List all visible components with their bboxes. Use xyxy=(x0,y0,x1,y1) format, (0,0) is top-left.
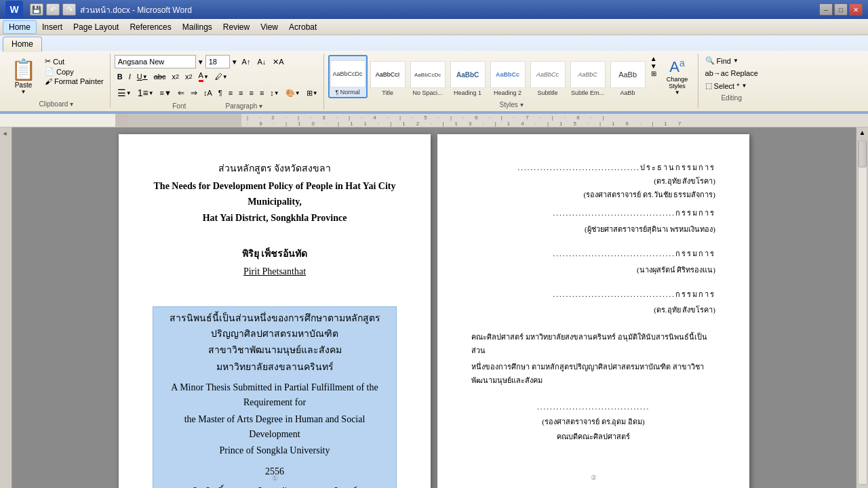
editing-label: Editing xyxy=(700,94,764,102)
clipboard-label: Clipboard ▾ xyxy=(3,100,110,108)
shrink-font-btn[interactable]: A↓ xyxy=(254,55,269,68)
page1-line1: ส่วนหลักสูตร จังหวัดสงขลา xyxy=(153,161,397,176)
decrease-indent-btn[interactable]: ⇐ xyxy=(175,86,187,100)
menu-page-layout[interactable]: Page Layout xyxy=(68,21,124,33)
style-subtitle[interactable]: AaBbCc Subtitle xyxy=(528,55,568,98)
word-logo: W xyxy=(5,1,23,18)
clipboard-group: 📋 Paste ▼ ✂ Cut 📄 Copy 🖌 Format xyxy=(3,54,111,108)
right-scrollbar: ▲ ▼ xyxy=(856,127,868,488)
styles-scroll-up[interactable]: ▲ xyxy=(648,55,659,62)
main-area: ◄ ส่วนหลักสูตร จังหวัดสงขลา The Needs fo… xyxy=(0,127,868,488)
page-1: ส่วนหลักสูตร จังหวัดสงขลา The Needs for … xyxy=(119,134,431,488)
page2-num: ② xyxy=(591,472,597,484)
style-heading2[interactable]: AaBbCc Heading 2 xyxy=(488,55,528,98)
tab-home[interactable]: Home xyxy=(3,37,42,52)
menu-acrobat[interactable]: Acrobat xyxy=(283,21,322,33)
change-styles-btn[interactable]: Aa Change Styles ▼ xyxy=(660,55,695,98)
page-2: ......................................ปร… xyxy=(437,134,749,488)
copy-button[interactable]: 📄 Copy xyxy=(43,66,106,77)
align-right-btn[interactable]: ≡ xyxy=(246,86,256,100)
styles-scroll-down[interactable]: ▼ xyxy=(648,62,659,70)
font-group: ▼ ▼ A↑ A↓ ✕A B I U ▼ abc x2 x2 A▼ xyxy=(112,54,324,110)
page1-num: ① xyxy=(272,473,278,484)
justify-btn[interactable]: ≡ xyxy=(257,86,267,100)
window-title: ส่วนหน้า.docx - Microsoft Word xyxy=(80,3,192,16)
multilevel-list-btn[interactable]: ≡▼ xyxy=(157,86,174,100)
scroll-up-btn[interactable]: ▲ xyxy=(858,127,867,138)
menu-insert[interactable]: Insert xyxy=(37,21,68,33)
font-paragraph-label: Font Paragraph ▾ xyxy=(112,102,323,110)
replace-btn[interactable]: ab→ac Replace xyxy=(703,68,761,79)
numbering-btn[interactable]: 1≡ ▼ xyxy=(135,86,157,100)
style-no-spacing[interactable]: AaBbCcDc No Spaci... xyxy=(408,55,448,98)
font-name-dropdown[interactable]: ▼ xyxy=(197,58,204,66)
quick-save-btn[interactable]: 💾 xyxy=(30,3,43,16)
menu-home[interactable]: Home xyxy=(3,20,37,34)
style-title[interactable]: AaBbCcI Title xyxy=(368,55,408,98)
title-bar-left: W 💾 ↶ ↷ ส่วนหน้า.docx - Microsoft Word xyxy=(5,1,192,18)
paste-button[interactable]: 📋 Paste ▼ xyxy=(5,55,41,98)
bullets-btn[interactable]: ☰ ▼ xyxy=(115,86,134,100)
scroll-thumb[interactable] xyxy=(859,140,867,167)
superscript-btn[interactable]: x2 xyxy=(182,70,195,83)
subscript-btn[interactable]: x2 xyxy=(169,70,182,83)
grow-font-btn[interactable]: A↑ xyxy=(239,55,254,68)
shading-btn[interactable]: 🎨 ▼ xyxy=(283,86,303,100)
minimize-btn[interactable]: – xyxy=(819,3,833,16)
style-subtle-em[interactable]: AaBbC Subtle Em... xyxy=(568,55,608,98)
page1-author-eng: Pirit Phetsanthat xyxy=(153,264,397,279)
show-para-btn[interactable]: ¶ xyxy=(216,86,225,100)
styles-group: AaBbCcDc ¶ Normal AaBbCcI Title AaBbCcDc xyxy=(326,54,698,108)
underline-btn[interactable]: U ▼ xyxy=(134,70,151,83)
left-panel-toggle[interactable]: ◄ xyxy=(0,127,12,488)
ribbon-tabs: Home xyxy=(0,37,868,51)
font-color-btn[interactable]: A▼ xyxy=(196,70,212,83)
menu-view[interactable]: View xyxy=(255,21,283,33)
undo-btn[interactable]: ↶ xyxy=(46,3,60,16)
font-size-dropdown[interactable]: ▼ xyxy=(231,58,238,66)
strikethrough-btn[interactable]: abc xyxy=(151,70,169,83)
font-size-input[interactable] xyxy=(205,55,230,68)
borders-btn[interactable]: ⊞ ▼ xyxy=(304,86,321,100)
menu-references[interactable]: References xyxy=(124,21,176,33)
bold-btn[interactable]: B xyxy=(115,70,125,83)
style-heading1[interactable]: AaBbC Heading 1 xyxy=(448,55,488,98)
format-painter-button[interactable]: 🖌 Format Painter xyxy=(43,77,106,86)
editing-group: 🔍 Find ▼ ab→ac Replace ⬚ Select * ▼ Edit… xyxy=(700,54,764,102)
style-normal[interactable]: AaBbCcDc ¶ Normal xyxy=(328,55,368,98)
align-left-btn[interactable]: ≡ xyxy=(226,86,235,100)
title-bar-controls: – □ ✕ xyxy=(819,3,863,16)
ruler: |·2·|·3·|·4·|·5·|·6·|·7·|·8·|·9·|10·|11·… xyxy=(0,114,868,127)
style-aabb[interactable]: AaBb AaBb xyxy=(608,55,648,98)
title-bar: W 💾 ↶ ↷ ส่วนหน้า.docx - Microsoft Word –… xyxy=(0,0,868,19)
ribbon-content: 📋 Paste ▼ ✂ Cut 📄 Copy 🖌 Format xyxy=(0,51,868,113)
page1-subtitle: Hat Yai District, Songkhla Province xyxy=(153,211,397,226)
menu-mailings[interactable]: Mailings xyxy=(177,21,218,33)
italic-btn[interactable]: I xyxy=(126,70,134,83)
styles-more[interactable]: ⊞ xyxy=(648,70,659,77)
font-name-input[interactable] xyxy=(115,55,196,68)
close-btn[interactable]: ✕ xyxy=(849,3,863,16)
ribbon: Home 📋 Paste ▼ ✂ Cut 📄 Copy xyxy=(0,35,868,114)
document-area: ส่วนหลักสูตร จังหวัดสงขลา The Needs for … xyxy=(12,127,856,488)
restore-btn[interactable]: □ xyxy=(834,3,848,16)
page1-title: The Needs for Development Policy of Peop… xyxy=(153,179,397,209)
increase-indent-btn[interactable]: ⇒ xyxy=(188,86,200,100)
cut-button[interactable]: ✂ Cut xyxy=(43,56,106,66)
scroll-track[interactable] xyxy=(858,139,867,485)
sort-btn[interactable]: ↕A xyxy=(201,86,215,100)
menu-bar: Home Insert Page Layout References Maili… xyxy=(0,19,868,35)
highlighted-block: สารนิพนธ์นี้เป็นส่วนหนึ่งของการศึกษาตามห… xyxy=(153,306,397,488)
line-spacing-btn[interactable]: ↕ ▼ xyxy=(267,86,281,100)
clear-format-btn[interactable]: ✕A xyxy=(270,55,286,68)
align-center-btn[interactable]: ≡ xyxy=(236,86,245,100)
highlight-btn[interactable]: 🖊▼ xyxy=(212,70,231,83)
select-btn[interactable]: ⬚ Select * ▼ xyxy=(703,80,750,92)
redo-btn[interactable]: ↷ xyxy=(62,3,76,16)
menu-review[interactable]: Review xyxy=(218,21,255,33)
styles-label: Styles ▾ xyxy=(326,101,698,108)
page1-author-thai: พิริยุ เพ็ชรอ้นทัด xyxy=(153,247,397,262)
find-btn[interactable]: 🔍 Find ▼ xyxy=(703,55,741,66)
